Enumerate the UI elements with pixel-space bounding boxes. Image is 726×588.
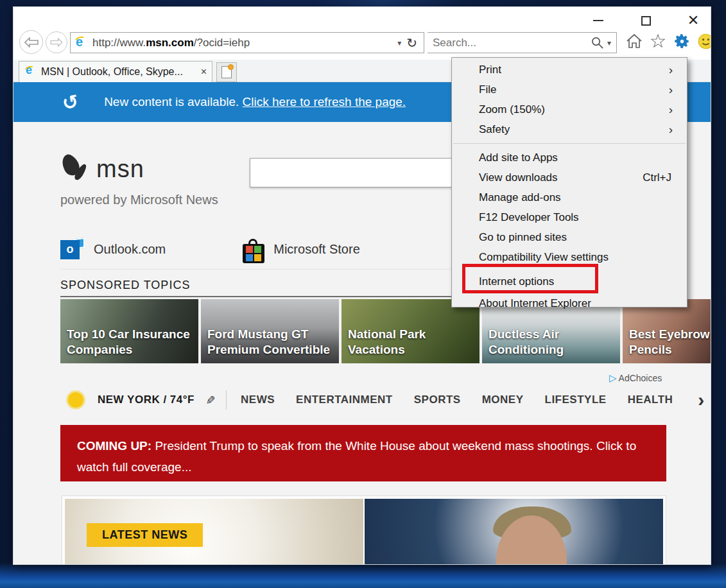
tab-title: MSN | Outlook, Office, Skype... — [41, 66, 197, 78]
submenu-arrow-icon: › — [669, 123, 673, 137]
latest-news-section: LATEST NEWS — [62, 496, 666, 564]
card-label: Ductless Air Conditioning — [488, 327, 615, 358]
star-icon: ☆ — [650, 31, 667, 51]
card-label: Top 10 Car Insurance Companies — [67, 327, 193, 358]
notification-text: New content is available. Click here to … — [104, 95, 406, 109]
url-text: http://www.msn.com/?ocid=iehp — [92, 37, 392, 49]
refresh-icon[interactable]: ↻ — [406, 35, 417, 51]
nav-item-lifestyle[interactable]: LIFESTYLE — [545, 393, 607, 406]
nav-item-sports[interactable]: SPORTS — [414, 393, 461, 406]
menu-item-label: F12 Developer Tools — [479, 211, 579, 224]
news-photo[interactable] — [365, 499, 663, 564]
nav-item-money[interactable]: MONEY — [482, 393, 524, 406]
menu-item-zoom[interactable]: Zoom (150%) › — [452, 99, 687, 119]
forward-button[interactable] — [46, 31, 67, 53]
nav-item-entertainment[interactable]: ENTERTAINMENT — [296, 393, 393, 406]
menu-item-compatibility-view-settings[interactable]: Compatibility View settings — [452, 247, 687, 267]
back-arrow-icon — [24, 37, 39, 48]
menu-item-safety[interactable]: Safety › — [452, 119, 687, 139]
ie-icon: e — [74, 37, 87, 49]
menu-item-add-site-to-apps[interactable]: Add site to Apps — [452, 148, 687, 168]
service-outlook[interactable]: o Outlook.com — [60, 238, 166, 261]
msn-logo-text: msn — [96, 155, 144, 183]
menu-item-about-internet-explorer[interactable]: About Internet Explorer — [452, 293, 687, 313]
tools-menu: Print › File › Zoom (150%) › Safety › Ad… — [451, 57, 687, 307]
sponsored-card[interactable]: Top 10 Car Insurance Companies — [60, 299, 198, 363]
refresh-page-icon[interactable]: ↺ — [60, 90, 80, 115]
maximize-icon — [641, 16, 651, 26]
card-label: Ford Mustang GT Premium Convertible — [207, 327, 334, 358]
close-button[interactable]: ✕ — [685, 13, 702, 28]
menu-item-file[interactable]: File › — [452, 80, 687, 99]
submenu-arrow-icon: › — [669, 63, 673, 77]
msn-logo[interactable]: msn — [60, 154, 144, 184]
search-box[interactable]: ▾ — [428, 32, 617, 53]
menu-item-print[interactable]: Print › — [452, 60, 687, 80]
gear-icon — [673, 33, 691, 50]
menu-item-label: Internet options — [479, 275, 554, 288]
latest-news-panel[interactable]: LATEST NEWS — [65, 499, 363, 564]
tab-msn[interactable]: e MSN | Outlook, Office, Skype... × — [19, 61, 212, 82]
home-icon — [626, 33, 643, 49]
refresh-page-link[interactable]: Click here to refresh the page. — [243, 95, 406, 108]
edit-location-icon[interactable]: ✎ — [203, 395, 217, 404]
back-button[interactable] — [19, 30, 43, 54]
menu-item-label: File — [479, 83, 496, 96]
menu-shortcut: Ctrl+J — [643, 171, 671, 184]
adchoices-label: AdChoices — [619, 373, 662, 383]
service-label: Microsoft Store — [273, 242, 359, 257]
service-store[interactable]: Microsoft Store — [243, 236, 359, 263]
nav-item-health[interactable]: HEALTH — [628, 393, 673, 406]
favorites-button[interactable]: ☆ — [648, 31, 668, 51]
address-dropdown-icon[interactable]: ▾ — [397, 39, 401, 48]
tab-close-icon[interactable]: × — [201, 66, 207, 78]
title-bar: ✕ — [13, 7, 711, 34]
msn-butterfly-icon — [60, 154, 89, 184]
new-tab-button[interactable] — [216, 62, 237, 82]
browser-window: ✕ e http://www.msn.com/?ocid=iehp ▾ ↻ — [13, 6, 711, 565]
breaking-news-banner[interactable]: COMING UP: President Trump to speak from… — [60, 425, 666, 481]
new-tab-icon — [221, 66, 232, 78]
maximize-button[interactable] — [637, 13, 654, 28]
menu-item-label: Manage add-ons — [479, 191, 561, 204]
sun-icon — [68, 392, 83, 408]
forward-arrow-icon — [50, 38, 63, 47]
nav-item-news[interactable]: NEWS — [241, 393, 275, 406]
address-bar[interactable]: e http://www.msn.com/?ocid=iehp ▾ ↻ — [70, 32, 424, 53]
weather-location[interactable]: NEW YORK / 74°F — [98, 393, 194, 406]
menu-item-manage-add-ons[interactable]: Manage add-ons — [452, 187, 687, 207]
minimize-button[interactable] — [590, 13, 607, 28]
submenu-arrow-icon: › — [669, 83, 673, 97]
feedback-button[interactable] — [696, 31, 711, 51]
store-icon — [243, 239, 264, 263]
menu-item-label: Add site to Apps — [479, 151, 558, 164]
service-label: Outlook.com — [94, 242, 166, 257]
adchoices[interactable]: ▷ AdChoices — [609, 372, 662, 384]
msn-tagline: powered by Microsoft News — [60, 193, 218, 207]
sponsored-card[interactable]: Ford Mustang GT Premium Convertible — [201, 299, 339, 363]
ie-icon: e — [24, 66, 36, 78]
menu-item-label: Compatibility View settings — [479, 251, 609, 264]
desktop-wallpaper-band — [0, 564, 726, 588]
tools-button[interactable] — [672, 31, 691, 51]
search-input[interactable] — [433, 37, 591, 49]
top-navigation: NEWS ENTERTAINMENT SPORTS MONEY LIFESTYL… — [241, 389, 704, 411]
home-button[interactable] — [625, 31, 644, 51]
menu-item-f12-developer-tools[interactable]: F12 Developer Tools — [452, 207, 687, 227]
breaking-text: President Trump to speak from the White … — [77, 439, 636, 474]
minimize-icon — [593, 20, 603, 21]
menu-item-label: Safety — [479, 123, 510, 136]
navigation-bar: e http://www.msn.com/?ocid=iehp ▾ ↻ ▾ ☆ — [13, 34, 711, 60]
menu-item-label: About Internet Explorer — [479, 297, 591, 310]
submenu-arrow-icon: › — [669, 103, 673, 117]
search-dropdown-icon[interactable]: ▾ — [607, 39, 611, 48]
card-label: Best Eyebrow Pencils — [629, 327, 711, 358]
menu-item-view-downloads[interactable]: View downloads Ctrl+J — [452, 168, 687, 187]
adchoices-icon: ▷ — [609, 372, 617, 384]
nav-scroll-chevron-icon[interactable]: › — [698, 389, 704, 411]
menu-item-go-to-pinned-sites[interactable]: Go to pinned sites — [452, 227, 687, 247]
search-icon[interactable] — [591, 37, 603, 49]
latest-news-badge: LATEST NEWS — [87, 523, 203, 547]
menu-item-internet-options[interactable]: Internet options — [452, 270, 687, 293]
menu-item-label: Print — [479, 64, 501, 76]
